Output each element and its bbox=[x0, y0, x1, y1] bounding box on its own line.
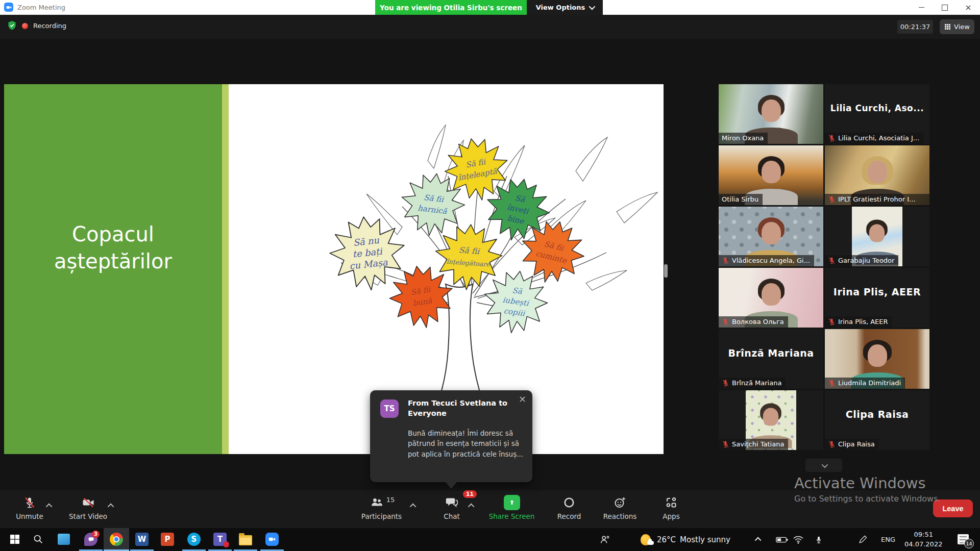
notification-center-button[interactable]: 14 bbox=[958, 528, 970, 551]
participant-display-name: Brînză Mariana bbox=[719, 329, 823, 377]
task-view-icon bbox=[58, 534, 70, 545]
participant-tile[interactable]: Liudmila Dimitriadi bbox=[825, 329, 929, 389]
weather-widget[interactable]: 26°C Mostly sunny bbox=[641, 528, 730, 551]
participant-tile[interactable]: Vlădicescu Angela, Gi... bbox=[719, 207, 823, 266]
muted-mic-icon bbox=[828, 195, 836, 203]
record-icon bbox=[563, 496, 575, 509]
participant-tile[interactable]: Clipa Raisa Clipa Raisa bbox=[825, 390, 929, 450]
participant-tile[interactable]: Irina Plis, AEER Irina Plis, AEER bbox=[825, 268, 929, 328]
window-titlebar: Zoom Meeting You are viewing Otilia Sirb… bbox=[0, 0, 980, 15]
taskbar-skype[interactable]: S bbox=[185, 532, 203, 547]
mic-off-icon bbox=[23, 496, 36, 509]
participants-options-chevron[interactable] bbox=[411, 500, 416, 510]
taskbar-zoom[interactable] bbox=[263, 532, 281, 547]
windows-logo-icon bbox=[10, 534, 20, 544]
battery-indicator[interactable] bbox=[776, 528, 788, 551]
wifi-icon bbox=[793, 535, 804, 544]
meeting-toolbar: Unmute Start Video 15 Participants 11 bbox=[0, 490, 980, 528]
participant-tile[interactable]: Волкова Ольга bbox=[719, 268, 823, 328]
network-indicator[interactable] bbox=[793, 528, 804, 551]
chat-popup-title: From Tecuci Svetlana to Everyone bbox=[408, 398, 515, 418]
participant-tile[interactable]: Miron Oxana bbox=[719, 84, 823, 144]
participants-icon bbox=[370, 496, 383, 509]
skype-icon: S bbox=[187, 533, 201, 546]
window-controls: × bbox=[910, 0, 980, 15]
chevron-down-icon bbox=[589, 4, 596, 10]
chat-button[interactable]: 11 Chat bbox=[434, 494, 470, 520]
file-explorer-icon bbox=[239, 535, 252, 545]
clock[interactable]: 09:51 04.07.2022 bbox=[904, 528, 942, 551]
close-icon: × bbox=[965, 4, 971, 12]
people-tray-button[interactable] bbox=[599, 528, 610, 551]
muted-mic-icon bbox=[828, 257, 836, 264]
participant-nameplate: Clipa Raisa bbox=[825, 439, 879, 450]
windows-taskbar: 3 W P S T bbox=[0, 528, 980, 551]
view-button[interactable]: View bbox=[940, 19, 974, 34]
close-button[interactable]: × bbox=[957, 0, 980, 15]
share-screen-icon bbox=[504, 495, 520, 510]
expectation-leaf: Să fii bună bbox=[385, 261, 458, 333]
view-options-button[interactable]: View Options bbox=[527, 0, 603, 15]
participant-nameplate: Волкова Ольга bbox=[719, 316, 788, 328]
weather-desc: Mostly sunny bbox=[680, 535, 730, 544]
chrome-icon bbox=[110, 533, 123, 546]
participant-nameplate: Garabajiu Teodor bbox=[825, 255, 898, 266]
taskbar-explorer[interactable] bbox=[237, 532, 254, 547]
gallery-resize-handle[interactable] bbox=[664, 264, 668, 278]
mic-tray-indicator[interactable] bbox=[815, 528, 823, 551]
chat-options-chevron[interactable] bbox=[470, 500, 474, 510]
window-title: Zoom Meeting bbox=[17, 4, 65, 11]
maximize-button[interactable] bbox=[933, 0, 957, 15]
start-video-button[interactable]: Start Video bbox=[61, 494, 115, 520]
taskbar-teams[interactable]: T bbox=[211, 532, 229, 547]
screen-share-banner: You are viewing Otilia Sirbu's screen bbox=[375, 0, 527, 15]
chat-notification-popup[interactable]: TS From Tecuci Svetlana to Everyone × Bu… bbox=[370, 390, 532, 482]
start-button[interactable] bbox=[6, 532, 23, 547]
participant-nameplate: Irina Plis, AEER bbox=[825, 316, 892, 328]
participant-tile[interactable]: Otilia Sirbu bbox=[719, 145, 823, 205]
language-label: ENG bbox=[881, 536, 895, 543]
participant-tile[interactable]: Lilia Curchi, Aso... Lilia Curchi, Asoci… bbox=[825, 84, 929, 144]
battery-icon bbox=[776, 536, 788, 544]
taskbar-powerpoint[interactable]: P bbox=[159, 532, 176, 547]
minimize-button[interactable] bbox=[910, 0, 933, 15]
viber-badge: 3 bbox=[92, 531, 100, 538]
participant-display-name: Clipa Raisa bbox=[825, 390, 929, 438]
people-icon bbox=[599, 534, 610, 545]
participant-tile[interactable]: IPLT Gratiesti Prohor I... bbox=[825, 145, 929, 205]
expectation-leaf: Să iubești copiii bbox=[480, 267, 551, 337]
powerpoint-icon: P bbox=[161, 533, 174, 546]
taskbar-chrome[interactable] bbox=[108, 532, 125, 547]
participants-button[interactable]: 15 Participants bbox=[355, 494, 408, 520]
tray-expand-button[interactable] bbox=[756, 528, 761, 551]
view-button-label: View bbox=[954, 23, 970, 31]
participant-tile[interactable]: Brînză Mariana Brînză Mariana bbox=[719, 329, 823, 389]
recording-indicator: Recording bbox=[7, 20, 66, 31]
close-icon[interactable]: × bbox=[519, 393, 526, 404]
camera-off-icon bbox=[82, 496, 95, 509]
chat-unread-badge: 11 bbox=[463, 490, 477, 498]
search-button[interactable] bbox=[30, 532, 47, 547]
grid-icon bbox=[944, 23, 951, 30]
taskbar-viber[interactable]: 3 bbox=[82, 532, 100, 547]
reactions-button[interactable]: Reactions bbox=[598, 494, 642, 520]
task-view-button[interactable] bbox=[55, 532, 72, 547]
unmute-button[interactable]: Unmute bbox=[9, 494, 50, 520]
muted-mic-icon bbox=[828, 318, 836, 325]
date-label: 04.07.2022 bbox=[904, 540, 942, 549]
mic-options-chevron[interactable] bbox=[47, 500, 52, 510]
apps-button[interactable]: Apps bbox=[656, 494, 687, 520]
taskbar-word[interactable]: W bbox=[133, 532, 151, 547]
chevron-down-icon bbox=[821, 461, 828, 468]
share-screen-button[interactable]: Share Screen bbox=[482, 494, 541, 520]
video-options-chevron[interactable] bbox=[109, 500, 114, 510]
participant-tile[interactable]: Garabajiu Teodor bbox=[825, 207, 929, 266]
pen-tray-button[interactable] bbox=[857, 528, 868, 551]
leave-button[interactable]: Leave bbox=[933, 499, 973, 517]
participant-tile[interactable]: Savițchi Tatiana bbox=[719, 390, 823, 450]
language-indicator[interactable]: ENG bbox=[881, 528, 895, 551]
gallery-collapse-button[interactable] bbox=[805, 459, 842, 472]
muted-mic-icon bbox=[828, 440, 836, 448]
record-button[interactable]: Record bbox=[549, 494, 590, 520]
participant-nameplate: Vlădicescu Angela, Gi... bbox=[719, 255, 814, 266]
